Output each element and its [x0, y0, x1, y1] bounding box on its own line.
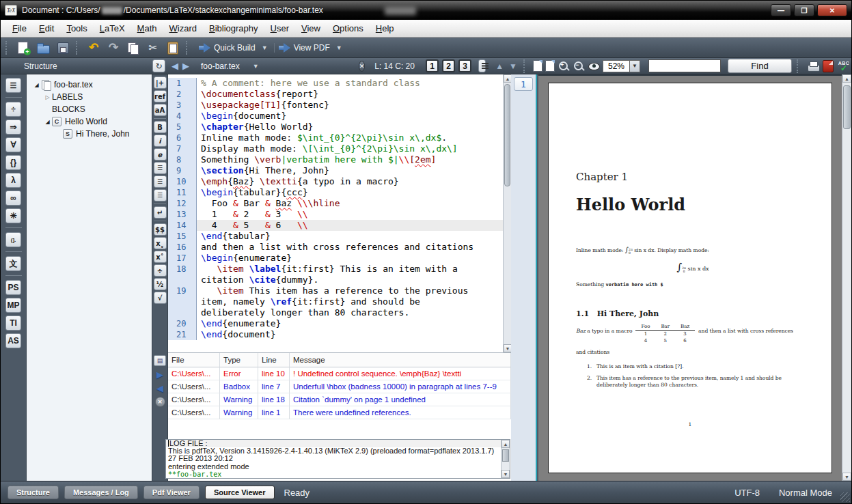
zoom-out-icon[interactable]: − [573, 60, 585, 72]
log-scrollbar[interactable]: ▲ ▼ [501, 440, 510, 478]
editor-line[interactable]: 18 \item \label{it:first} This is an ite… [168, 264, 503, 275]
code-text[interactable]: \usepackage[T1]{fontenc} [197, 100, 503, 111]
structure-tree-item[interactable]: SHi There, John [27, 128, 152, 140]
toolbar-grip[interactable] [523, 59, 528, 73]
scrollbar-thumb[interactable] [843, 85, 851, 129]
align-center-icon[interactable]: ☰ [154, 176, 167, 188]
pstricks-tab[interactable]: PS [5, 280, 21, 295]
editor-line[interactable]: 8Something \verb|verbatim here with $|\\… [168, 154, 503, 165]
editor-line[interactable]: 10\emph{Baz} \textti{a typo in a macro} [168, 176, 503, 187]
structure-tree-item[interactable]: BLOCKS [27, 103, 152, 115]
code-text[interactable]: % A comment: here we use a standard clas… [197, 78, 503, 89]
editor-line[interactable]: deliberately longer than 80 characters. [168, 307, 503, 318]
stop-process-icon[interactable]: ✕ [155, 397, 165, 407]
restore-button[interactable]: ❐ [794, 4, 814, 16]
resize-grip[interactable] [840, 492, 850, 502]
editor-line[interactable]: 4\begin{document} [168, 111, 503, 122]
scrollbar-thumb[interactable] [502, 449, 509, 462]
next-document-icon[interactable]: ▶ [180, 61, 191, 71]
editor-line[interactable]: 2\documentclass{report} [168, 89, 503, 100]
toolbar-grip[interactable] [76, 41, 81, 55]
code-text[interactable]: deliberately longer than 80 characters. [197, 307, 503, 318]
editor-line[interactable]: item, namely \ref{it:first} and should b… [168, 296, 503, 307]
editor-line[interactable]: 15\end{tabular} [168, 231, 503, 242]
delimiters-tab[interactable]: {} [5, 155, 21, 170]
editor-line[interactable]: 14 4 & 5 & 6 \\ [168, 220, 503, 231]
column-header-type[interactable]: Type [220, 353, 258, 367]
copy-icon[interactable] [124, 40, 142, 56]
pdf-page-list-item[interactable]: 1 [514, 77, 533, 91]
chevron-down-icon[interactable]: ▼ [262, 44, 268, 51]
spellcheck-icon[interactable]: ABC✓ [836, 61, 851, 72]
code-text[interactable]: \chapter{Hello World} [197, 122, 503, 132]
left-delimiters-tab[interactable]: (]. [5, 232, 21, 247]
insert-text-icon[interactable]: |+ [154, 76, 167, 89]
previous-error-icon[interactable]: ◀ [156, 383, 163, 393]
run-arrow-icon[interactable] [199, 43, 210, 53]
code-text[interactable]: \emph{Baz} \textti{a typo in a macro} [197, 176, 503, 187]
code-text[interactable]: Display math mode: \[\int_{0}^{2\pi}\sin… [197, 143, 503, 154]
menu-item-wizard[interactable]: Wizard [163, 21, 203, 36]
superscript-icon[interactable]: x˚ [154, 251, 167, 263]
code-text[interactable]: 4 & 5 & 6 \\ [197, 220, 503, 231]
scrollbar-down-arrow[interactable]: ▼ [842, 473, 851, 481]
editor-line[interactable]: 17\begin{enumerate} [168, 253, 503, 264]
cut-icon[interactable]: ✂ [144, 40, 162, 56]
menu-item-user[interactable]: User [264, 21, 295, 36]
editor-line[interactable]: 12 Foo & Bar & Baz \\\hline [168, 198, 503, 209]
column-header-line[interactable]: Line [258, 353, 290, 367]
open-file-icon[interactable] [34, 40, 52, 56]
misc-math-tab[interactable]: ∞ [5, 191, 21, 206]
code-text[interactable]: \section{Hi There, John} [197, 165, 503, 176]
next-page-icon[interactable] [545, 60, 555, 72]
editor-line[interactable]: 16and then a list with cross references … [168, 242, 503, 253]
editor-line[interactable]: 13 1 & 2 & 3 \\ [168, 209, 503, 220]
code-text[interactable]: \begin{tabular}{ccc} [197, 187, 503, 198]
quick-build-label[interactable]: Quick Build [214, 43, 256, 53]
code-text[interactable]: \item This item has a reference to the p… [197, 285, 503, 296]
tree-expander-icon[interactable]: ◢ [43, 119, 52, 125]
editor-line[interactable]: 20\end{enumerate} [168, 318, 503, 329]
code-text[interactable]: \begin{enumerate} [197, 253, 503, 264]
code-text[interactable]: \end{enumerate} [197, 318, 503, 329]
source-editor[interactable]: 1% A comment: here we use a standard cla… [168, 74, 503, 352]
misc-symbols-tab[interactable]: ∀ [5, 137, 21, 152]
toolbar-grip[interactable] [797, 59, 801, 73]
code-text[interactable]: Foo & Bar & Baz \\\hline [197, 198, 503, 209]
scrollbar-thumb[interactable] [504, 84, 510, 186]
asymptote-tab[interactable]: AS [5, 333, 21, 348]
save-file-icon[interactable] [54, 40, 72, 56]
previous-page-icon[interactable] [533, 60, 542, 72]
code-text[interactable]: item, namely \ref{it:first} and should b… [197, 296, 503, 307]
editor-line[interactable]: 11\begin{tabular}{ccc} [168, 187, 503, 198]
status-button-pdf-viewer[interactable]: Pdf Viewer [143, 486, 200, 499]
menu-item-tools[interactable]: Tools [60, 21, 93, 36]
editor-view-button-1[interactable]: 1 [426, 59, 439, 72]
chevron-down-icon[interactable]: ▼ [336, 44, 342, 51]
unicode-symbols-tab[interactable]: 文 [5, 256, 21, 271]
align-right-icon[interactable]: ☰ [154, 189, 167, 201]
newline-icon[interactable]: ↵ [154, 206, 167, 219]
scrollbar-up-arrow[interactable]: ▲ [501, 440, 510, 448]
menu-item-math[interactable]: Math [131, 21, 163, 36]
menu-item-help[interactable]: Help [370, 21, 400, 36]
zoom-in-icon[interactable]: + [558, 60, 570, 72]
tikz-tab[interactable]: TI [5, 316, 21, 331]
divide-icon[interactable]: ÷ [154, 264, 167, 277]
editor-line[interactable]: 3\usepackage[T1]{fontenc} [168, 100, 503, 111]
italic-icon[interactable]: i [154, 135, 167, 147]
emphasis-icon[interactable]: e [154, 148, 167, 160]
pdf-scrollbar[interactable]: ▲ ▼ [842, 74, 851, 481]
fraction-icon[interactable]: ½ [154, 278, 167, 290]
undo-icon[interactable]: ↶ [85, 40, 102, 56]
editor-line[interactable]: 19 \item This item has a reference to th… [168, 285, 503, 296]
status-button-structure[interactable]: Structure [8, 486, 59, 499]
editor-line[interactable]: citation \cite{dummy}. [168, 275, 503, 285]
menu-item-latex[interactable]: LaTeX [94, 21, 131, 36]
run-arrow-icon[interactable] [279, 43, 290, 53]
code-text[interactable]: \end{document} [197, 329, 503, 340]
view-pdf-label[interactable]: View PDF [294, 43, 330, 53]
code-text[interactable]: 1 & 2 & 3 \\ [197, 209, 503, 220]
editor-line[interactable]: 9\section{Hi There, John} [168, 165, 503, 176]
tree-expander-icon[interactable]: ◢ [32, 82, 41, 88]
